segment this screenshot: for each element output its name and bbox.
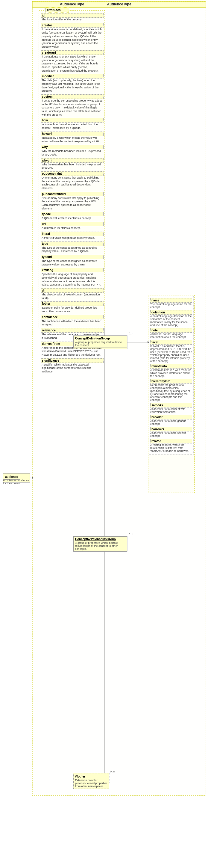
diagram-container: AudienceType AudienceType attributes id … (0, 0, 211, 868)
child-definition: definition A natural language definition… (150, 310, 192, 327)
attr-modified: modified The date (and, optionally, the … (41, 74, 104, 93)
concept-definition-group-desc: A group of properties required to define… (75, 341, 126, 347)
attr-confidence: confidence The confidence with which the… (41, 315, 104, 327)
attr-creator: creator If the attribute value is not de… (41, 23, 104, 49)
child-note: note Additional natural language informa… (150, 328, 192, 339)
audience-desc: An intended audience for the content. (3, 479, 30, 485)
attr-type: type The type of the concept assigned as… (41, 242, 104, 253)
child-name: name The natural language name for the c… (150, 298, 192, 309)
fother-bottom-title: #fother (75, 775, 107, 778)
attr-why: why Why the metadata has been included -… (41, 145, 104, 157)
concept-relationships-group-title: ConceptRelationshipsGroup (75, 537, 126, 541)
attr-pubconstrainturi: pubconstrainturi One or many constraints… (41, 192, 104, 211)
attr-literal: literal A free-text value assigned as pr… (41, 231, 104, 240)
attr-uri: uri A URI which identifies a concept. (41, 222, 104, 230)
fother-bottom-box: #fother Extension point for provider-def… (73, 774, 109, 789)
attr-qcode: qcode A QCode value which identifies a c… (41, 212, 104, 220)
attributes-container: id The local identifier of the property.… (39, 11, 105, 376)
concept-definition-children: name The natural language name for the c… (149, 296, 194, 455)
attr-whyuri: whyuri Why the metadata has been include… (41, 158, 104, 170)
attr-xmllang: xmllang Specifies the language of this p… (41, 268, 104, 287)
child-narrower: narrower An identifier of a more specifi… (150, 427, 192, 437)
concept-definition-group-box: ConceptDefinitionGroup A group of proper… (73, 336, 127, 348)
diagram-title-centered: AudienceType (32, 2, 206, 6)
concept-relationships-group-desc: A group of properties which indicate rel… (75, 541, 126, 550)
svg-marker-6 (32, 477, 34, 479)
attr-typeuri: typeuri The type of the concept assigned… (41, 255, 104, 267)
concept-definition-group-title: ConceptDefinitionGroup (75, 337, 126, 340)
attr-custom: custom If set to true the corresponding … (41, 94, 104, 117)
child-remoteinfo: remoteInfo A link to an item in a web re… (150, 364, 192, 377)
concept-relationships-group-multiplicity: 0..n (129, 533, 133, 536)
attr-significance: significance A qualifier which indicates… (41, 358, 104, 374)
attr-how: how Indicates how the value was extracte… (41, 118, 104, 130)
child-related: related A related concept, where the rel… (150, 439, 192, 453)
child-sameas: sameAs An identifier of a concept with e… (150, 403, 192, 413)
concept-definition-group-multiplicity: 0..n (129, 332, 133, 335)
attr-dir: dir The directionality of textual conten… (41, 288, 104, 300)
fother-bottom-multiplicity: 0..n (110, 770, 115, 773)
attr-pubconstraint: pubconstraint One or many constraints th… (41, 172, 104, 191)
attr-howuri: howuri Indicated by a URI which means th… (41, 131, 104, 144)
child-broader: broader An identifier of a more generic … (150, 415, 192, 426)
concept-relationships-group-box: ConceptRelationshipsGroup A group of pro… (73, 536, 127, 552)
attr-id: id The local identifier of the property. (41, 13, 104, 22)
child-facet: facet In NAR 0.8 and later, facet is dep… (150, 340, 192, 363)
attr-creatoruri: creatoruri If the attribute is empty, sp… (41, 50, 104, 73)
child-hierarchyinfo: hierarchyInfo Represents the position of… (150, 379, 192, 402)
fother-bottom-desc: Extension point for provider-defined pro… (75, 779, 107, 788)
attr-fother-ref: fother Extension point for provider-defi… (41, 302, 104, 313)
